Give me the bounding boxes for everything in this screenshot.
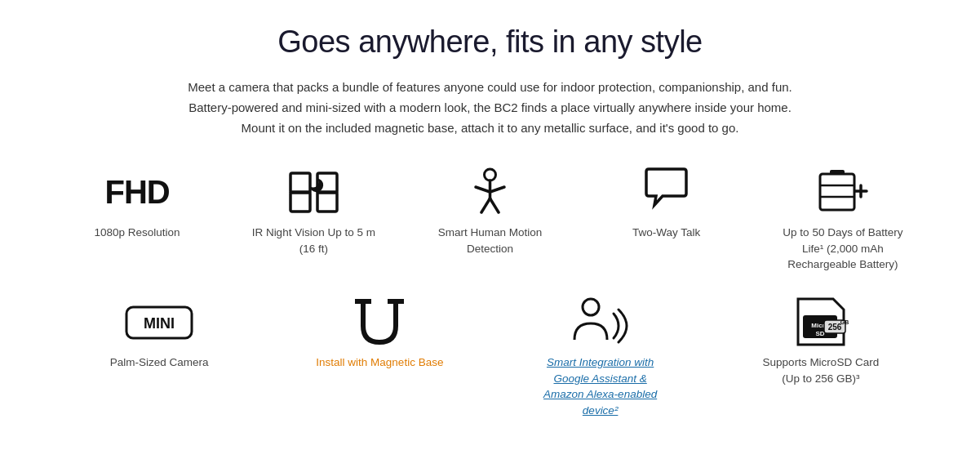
svg-text:SD: SD — [815, 330, 824, 337]
feature-ir-night: IR Night Vision Up to 5 m (16 ft) — [225, 167, 401, 256]
svg-rect-11 — [830, 170, 845, 175]
svg-rect-2 — [290, 192, 310, 212]
feature-microsd: Micro SD 256 GB Supports MicroSD Card (U… — [711, 297, 931, 386]
microsd-icon: Micro SD 256 GB — [792, 297, 849, 346]
feature-mini: MINI Palm-Sized Camera — [49, 297, 269, 371]
svg-line-6 — [476, 187, 490, 192]
svg-rect-3 — [317, 192, 337, 212]
mini-icon: MINI — [131, 297, 188, 346]
svg-point-20 — [583, 299, 599, 315]
svg-point-4 — [485, 169, 496, 181]
feature-fhd: FHD 1080p Resolution — [49, 167, 225, 241]
battery-icon — [814, 167, 871, 216]
smart-integration-icon — [572, 297, 629, 346]
ir-night-label: IR Night Vision Up to 5 m (16 ft) — [248, 225, 379, 256]
features-row-2: MINI Palm-Sized Camera Install with Magn… — [49, 297, 931, 418]
smart-integration-label[interactable]: Smart Integration with Google Assistant … — [535, 354, 666, 418]
svg-line-7 — [490, 187, 505, 192]
motion-icon — [462, 167, 519, 216]
battery-label: Up to 50 Days of Battery Life¹ (2,000 mA… — [778, 225, 908, 273]
feature-motion: Smart Human Motion Detection — [401, 167, 578, 256]
svg-text:GB: GB — [840, 319, 849, 325]
svg-line-9 — [490, 198, 499, 212]
features-row-1: FHD 1080p Resolution IR Night Vision Up … — [49, 167, 931, 273]
svg-rect-10 — [820, 174, 854, 210]
feature-battery: Up to 50 Days of Battery Life¹ (2,000 mA… — [755, 167, 931, 273]
magnetic-label: Install with Magnetic Base — [316, 354, 443, 371]
page-title: Goes anywhere, fits in any style — [277, 25, 702, 60]
ir-night-icon — [285, 167, 342, 216]
mini-label: Palm-Sized Camera — [110, 354, 209, 371]
page-container: Goes anywhere, fits in any style Meet a … — [0, 0, 980, 467]
fhd-icon: FHD — [109, 167, 166, 216]
page-subtitle: Meet a camera that packs a bundle of fea… — [180, 78, 800, 138]
svg-line-8 — [481, 198, 490, 212]
feature-smart-integration: Smart Integration with Google Assistant … — [490, 297, 711, 418]
two-way-label: Two-Way Talk — [632, 225, 700, 241]
svg-rect-0 — [290, 173, 310, 193]
microsd-label: Supports MicroSD Card (Up to 256 GB)³ — [756, 354, 886, 386]
fhd-text: FHD — [104, 174, 169, 211]
svg-text:MINI: MINI — [144, 315, 175, 332]
feature-two-way: Two-Way Talk — [579, 167, 755, 241]
two-way-icon — [638, 167, 695, 216]
fhd-label: 1080p Resolution — [95, 225, 180, 241]
motion-label: Smart Human Motion Detection — [425, 225, 556, 256]
magnetic-icon — [351, 297, 408, 346]
feature-magnetic: Install with Magnetic Base — [269, 297, 490, 371]
